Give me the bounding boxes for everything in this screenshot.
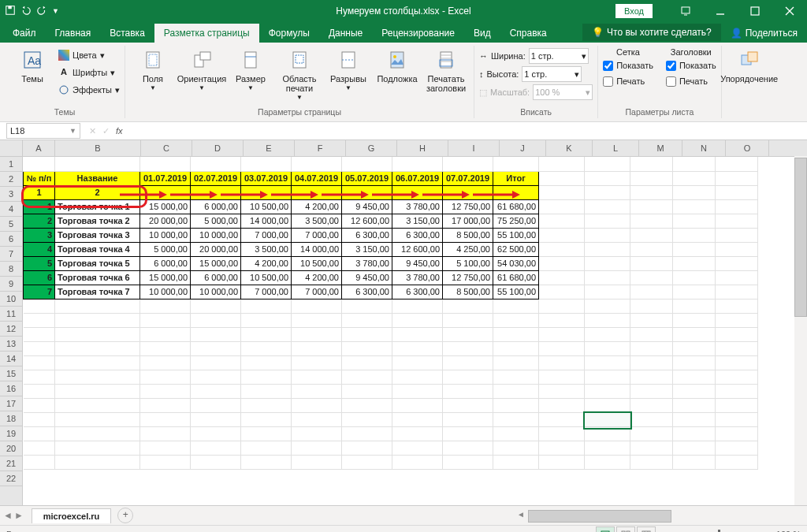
arrange-button[interactable]: Упорядочение bbox=[727, 47, 772, 84]
row-15[interactable] bbox=[24, 355, 758, 370]
row-12[interactable] bbox=[24, 313, 758, 327]
fit-height-select[interactable]: 1 стр.▾ bbox=[522, 66, 582, 82]
new-sheet-button[interactable]: + bbox=[117, 508, 133, 523]
headings-view-check[interactable] bbox=[666, 61, 676, 71]
row-8[interactable]: 5Торговая точка 56 000,0015 000,004 200,… bbox=[24, 256, 758, 270]
maximize-button[interactable] bbox=[738, 0, 772, 22]
row-9[interactable]: 6Торговая точка 615 000,006 000,0010 500… bbox=[24, 270, 758, 285]
row-4[interactable]: 1Торговая точка 115 000,006 000,0010 500… bbox=[24, 199, 758, 214]
page-layout-button[interactable] bbox=[616, 526, 635, 532]
col-header-N[interactable]: N bbox=[682, 140, 726, 156]
margins-button[interactable]: Поля▼ bbox=[130, 47, 176, 92]
row-16[interactable] bbox=[24, 370, 758, 384]
colors-button[interactable]: Цвета ▾ bbox=[58, 47, 120, 63]
row-header-22[interactable]: 22 bbox=[0, 471, 22, 486]
row-header-18[interactable]: 18 bbox=[0, 411, 22, 426]
gridlines-print-check[interactable] bbox=[603, 76, 613, 87]
normal-view-button[interactable] bbox=[596, 526, 615, 532]
row-header-8[interactable]: 8 bbox=[0, 262, 22, 277]
col-header-M[interactable]: M bbox=[639, 140, 682, 156]
size-button[interactable]: Размер▼ bbox=[228, 47, 273, 92]
row-13[interactable] bbox=[24, 327, 758, 341]
row-6[interactable]: 3Торговая точка 310 000,0010 000,007 000… bbox=[24, 228, 758, 242]
undo-icon[interactable] bbox=[20, 5, 32, 18]
row-header-12[interactable]: 12 bbox=[0, 322, 22, 337]
fit-width-select[interactable]: 1 стр.▾ bbox=[529, 48, 589, 64]
themes-button[interactable]: Aa Темы bbox=[9, 47, 55, 84]
row-header-14[interactable]: 14 bbox=[0, 352, 22, 366]
tellme[interactable]: 💡Что вы хотите сделать? bbox=[582, 24, 721, 41]
row-header-7[interactable]: 7 bbox=[0, 247, 22, 262]
share-button[interactable]: 👤Поделиться bbox=[721, 24, 807, 43]
col-header-J[interactable]: J bbox=[500, 140, 546, 156]
row-header-20[interactable]: 20 bbox=[0, 441, 22, 456]
row-header-3[interactable]: 3 bbox=[0, 187, 22, 202]
sheet-nav-next[interactable]: ► bbox=[14, 510, 24, 521]
row-14[interactable] bbox=[24, 341, 758, 355]
col-header-G[interactable]: G bbox=[346, 140, 397, 156]
headings-print-check[interactable] bbox=[666, 76, 676, 87]
row-21[interactable] bbox=[24, 441, 758, 455]
tab-файл[interactable]: Файл bbox=[3, 24, 46, 43]
row-10[interactable]: 7Торговая точка 710 000,0010 000,007 000… bbox=[24, 285, 758, 299]
area-button[interactable]: Область печати▼ bbox=[277, 47, 322, 102]
titles-button[interactable]: Печатать заголовки bbox=[423, 47, 469, 93]
horizontal-scrollbar[interactable]: ◄ bbox=[515, 510, 783, 523]
minimize-button[interactable] bbox=[703, 0, 738, 22]
tab-вид[interactable]: Вид bbox=[464, 24, 500, 43]
row-18[interactable] bbox=[24, 398, 758, 412]
row-19[interactable] bbox=[24, 412, 758, 426]
row-20[interactable] bbox=[24, 426, 758, 441]
row-22[interactable] bbox=[24, 455, 758, 469]
row-header-1[interactable]: 1 bbox=[0, 157, 22, 172]
tab-рецензирование[interactable]: Рецензирование bbox=[372, 24, 464, 43]
col-header-K[interactable]: K bbox=[546, 140, 593, 156]
tab-данные[interactable]: Данные bbox=[319, 24, 372, 43]
orient-button[interactable]: Ориентация▼ bbox=[179, 47, 225, 92]
col-header-A[interactable]: A bbox=[23, 140, 55, 156]
row-header-21[interactable]: 21 bbox=[0, 456, 22, 471]
breaks-button[interactable]: Разрывы▼ bbox=[325, 47, 371, 92]
row-7[interactable]: 4Торговая точка 45 000,0020 000,003 500,… bbox=[24, 242, 758, 256]
name-box[interactable]: L18▼ bbox=[6, 123, 80, 139]
ribbon-options-icon[interactable] bbox=[668, 0, 703, 22]
row-3[interactable]: 12 bbox=[24, 185, 758, 199]
col-header-C[interactable]: C bbox=[141, 140, 192, 156]
redo-icon[interactable] bbox=[36, 5, 47, 18]
col-header-H[interactable]: H bbox=[397, 140, 448, 156]
effects-button[interactable]: Эффекты ▾ bbox=[58, 82, 120, 98]
col-header-D[interactable]: D bbox=[192, 140, 244, 156]
gridlines-view-check[interactable] bbox=[603, 61, 613, 71]
row-header-17[interactable]: 17 bbox=[0, 396, 22, 411]
tab-разметка страницы[interactable]: Разметка страницы bbox=[154, 24, 259, 43]
sheet-tab[interactable]: microexcel.ru bbox=[32, 508, 112, 523]
row-header-11[interactable]: 11 bbox=[0, 307, 22, 322]
row-1[interactable] bbox=[24, 157, 758, 171]
col-header-E[interactable]: E bbox=[244, 140, 295, 156]
tab-формулы[interactable]: Формулы bbox=[259, 24, 319, 43]
row-header-4[interactable]: 4 bbox=[0, 202, 22, 217]
bg-button[interactable]: Подложка bbox=[374, 47, 420, 84]
col-header-B[interactable]: B bbox=[55, 140, 141, 156]
row-header-13[interactable]: 13 bbox=[0, 337, 22, 352]
vertical-scrollbar[interactable] bbox=[794, 156, 807, 505]
row-header-9[interactable]: 9 bbox=[0, 277, 22, 292]
signin-button[interactable]: Вход bbox=[615, 4, 653, 18]
fonts-button[interactable]: AШрифты ▾ bbox=[58, 65, 120, 80]
qat-more-icon[interactable]: ▼ bbox=[52, 7, 59, 15]
col-header-I[interactable]: I bbox=[448, 140, 500, 156]
row-header-2[interactable]: 2 bbox=[0, 172, 22, 187]
col-header-F[interactable]: F bbox=[295, 140, 346, 156]
row-2[interactable]: № п/пНазвание01.07.201902.07.201903.07.2… bbox=[24, 171, 758, 185]
row-header-6[interactable]: 6 bbox=[0, 232, 22, 247]
row-5[interactable]: 2Торговая точка 220 000,005 000,0014 000… bbox=[24, 214, 758, 228]
save-icon[interactable] bbox=[5, 5, 16, 18]
page-break-button[interactable] bbox=[637, 526, 656, 532]
row-header-19[interactable]: 19 bbox=[0, 426, 22, 441]
row-header-16[interactable]: 16 bbox=[0, 381, 22, 396]
row-header-5[interactable]: 5 bbox=[0, 217, 22, 232]
row-header-10[interactable]: 10 bbox=[0, 292, 22, 307]
col-header-O[interactable]: O bbox=[726, 140, 769, 156]
col-header-L[interactable]: L bbox=[593, 140, 639, 156]
tab-справка[interactable]: Справка bbox=[500, 24, 556, 43]
